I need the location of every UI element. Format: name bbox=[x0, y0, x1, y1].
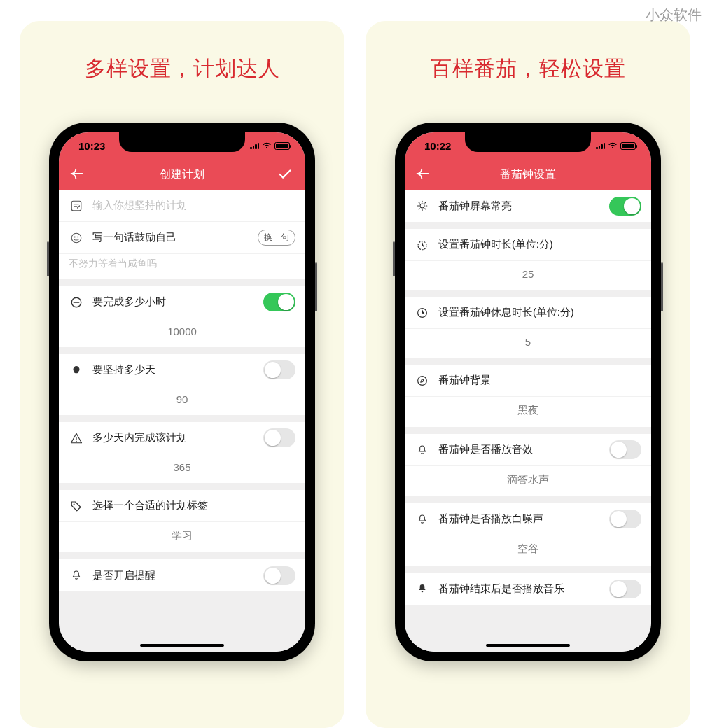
svg-point-7 bbox=[74, 503, 75, 505]
days-persist-value[interactable]: 90 bbox=[59, 386, 305, 415]
sun-icon bbox=[415, 198, 430, 214]
back-button[interactable] bbox=[415, 165, 433, 183]
wifi-icon bbox=[608, 142, 618, 149]
back-button[interactable] bbox=[69, 165, 87, 183]
edit-icon bbox=[69, 198, 84, 214]
duration-label: 设置番茄钟时长(单位:分) bbox=[438, 238, 641, 251]
phone-frame-right: 10:22 番茄钟设置 bbox=[395, 122, 661, 662]
keepon-row[interactable]: 番茄钟屏幕常亮 bbox=[405, 190, 651, 222]
battery-icon bbox=[274, 142, 290, 150]
battery-icon bbox=[620, 142, 636, 150]
bulb-icon bbox=[69, 363, 84, 378]
check-icon bbox=[277, 167, 293, 182]
days-finish-label: 多少天内完成该计划 bbox=[92, 431, 263, 444]
keepon-label: 番茄钟屏幕常亮 bbox=[438, 200, 609, 213]
noise-label: 番茄钟是否播放白噪声 bbox=[438, 512, 609, 526]
plan-name-placeholder: 输入你想坚持的计划 bbox=[92, 199, 295, 212]
reminder-row[interactable]: 是否开启提醒 bbox=[59, 559, 305, 592]
tag-value[interactable]: 学习 bbox=[59, 522, 305, 552]
signal-icon bbox=[596, 142, 605, 149]
reminder-toggle[interactable] bbox=[263, 566, 295, 585]
reminder-label: 是否开启提醒 bbox=[92, 569, 263, 582]
nav-title: 创建计划 bbox=[160, 167, 204, 182]
back-arrow-icon bbox=[416, 167, 431, 182]
nav-title: 番茄钟设置 bbox=[500, 167, 556, 182]
tag-row[interactable]: 选择一个合适的计划标签 bbox=[59, 490, 305, 522]
svg-point-11 bbox=[418, 376, 427, 385]
rest-value[interactable]: 5 bbox=[405, 329, 651, 358]
duration-row[interactable]: 设置番茄钟时长(单位:分) bbox=[405, 229, 651, 261]
motto-placeholder-text: 不努力等着当咸鱼吗 bbox=[69, 258, 157, 270]
svg-point-8 bbox=[420, 204, 424, 208]
bg-label: 番茄钟背景 bbox=[438, 374, 641, 387]
signal-icon bbox=[250, 142, 259, 149]
promo-panel-left: 多样设置，计划达人 10:23 创建计划 bbox=[20, 21, 344, 728]
rest-row[interactable]: 设置番茄钟休息时长(单位:分) bbox=[405, 297, 651, 329]
days-finish-value[interactable]: 365 bbox=[59, 454, 305, 483]
status-time: 10:22 bbox=[424, 140, 451, 152]
promo-panel-right: 百样番茄，轻松设置 10:22 番茄钟设置 bbox=[366, 21, 690, 728]
days-persist-toggle[interactable] bbox=[263, 360, 295, 379]
noise-value[interactable]: 空谷 bbox=[405, 536, 651, 566]
bg-value[interactable]: 黑夜 bbox=[405, 397, 651, 427]
svg-point-6 bbox=[76, 440, 77, 442]
svg-rect-5 bbox=[75, 373, 78, 374]
sfx-value[interactable]: 滴答水声 bbox=[405, 466, 651, 496]
days-finish-row[interactable]: 多少天内完成该计划 bbox=[59, 422, 305, 454]
nav-bar: 创建计划 bbox=[59, 159, 305, 190]
sfx-row[interactable]: 番茄钟是否播放音效 bbox=[405, 434, 651, 466]
hours-row[interactable]: 要完成多少小时 bbox=[59, 286, 305, 318]
svg-point-2 bbox=[74, 236, 76, 237]
music-toggle[interactable] bbox=[609, 580, 641, 598]
music-row[interactable]: 番茄钟结束后是否播放音乐 bbox=[405, 573, 651, 605]
days-persist-row[interactable]: 要坚持多少天 bbox=[59, 354, 305, 386]
motto-label: 写一句话鼓励自己 bbox=[92, 231, 258, 244]
noise-toggle[interactable] bbox=[609, 510, 641, 528]
bell-outline-icon bbox=[415, 512, 430, 527]
compass-icon bbox=[415, 373, 430, 388]
confirm-button[interactable] bbox=[276, 165, 294, 183]
clock-icon bbox=[415, 305, 430, 321]
tagline-right: 百样番茄，轻松设置 bbox=[431, 55, 626, 83]
hours-label: 要完成多少小时 bbox=[92, 295, 263, 309]
sfx-label: 番茄钟是否播放音效 bbox=[438, 443, 609, 456]
sfx-toggle[interactable] bbox=[609, 440, 641, 459]
bg-row[interactable]: 番茄钟背景 bbox=[405, 365, 651, 397]
tagline-left: 多样设置，计划达人 bbox=[85, 55, 280, 83]
smile-icon bbox=[69, 230, 84, 246]
phone-frame-left: 10:23 创建计划 bbox=[49, 122, 315, 662]
warning-icon bbox=[69, 430, 84, 446]
motto-row: 写一句话鼓励自己 换一句 bbox=[59, 222, 305, 254]
duration-value[interactable]: 25 bbox=[405, 261, 651, 290]
timer-icon bbox=[415, 237, 430, 253]
status-time: 10:23 bbox=[78, 140, 105, 152]
tag-label: 选择一个合适的计划标签 bbox=[92, 499, 295, 512]
phone-notch bbox=[119, 132, 245, 152]
home-indicator[interactable] bbox=[140, 644, 224, 647]
keepon-toggle[interactable] bbox=[609, 197, 641, 216]
days-finish-toggle[interactable] bbox=[263, 428, 295, 447]
music-label: 番茄钟结束后是否播放音乐 bbox=[438, 582, 609, 596]
rest-label: 设置番茄钟休息时长(单位:分) bbox=[438, 306, 641, 319]
days-persist-label: 要坚持多少天 bbox=[92, 363, 263, 377]
tag-icon bbox=[69, 498, 84, 514]
watermark-text: 小众软件 bbox=[646, 6, 702, 24]
nav-bar: 番茄钟设置 bbox=[405, 159, 651, 190]
home-indicator[interactable] bbox=[486, 644, 570, 647]
change-motto-button[interactable]: 换一句 bbox=[258, 230, 295, 246]
bell-filled-icon bbox=[415, 581, 430, 596]
hours-value[interactable]: 10000 bbox=[59, 318, 305, 347]
bell-outline-icon bbox=[415, 442, 430, 458]
back-arrow-icon bbox=[70, 167, 85, 182]
svg-point-1 bbox=[71, 233, 81, 243]
svg-point-3 bbox=[77, 236, 78, 237]
noise-row[interactable]: 番茄钟是否播放白噪声 bbox=[405, 503, 651, 536]
hours-toggle[interactable] bbox=[263, 293, 295, 312]
plan-name-input-row[interactable]: 输入你想坚持的计划 bbox=[59, 190, 305, 222]
bell-icon bbox=[69, 568, 84, 583]
wifi-icon bbox=[262, 142, 272, 149]
minus-circle-icon bbox=[69, 295, 84, 310]
phone-notch bbox=[465, 132, 591, 152]
